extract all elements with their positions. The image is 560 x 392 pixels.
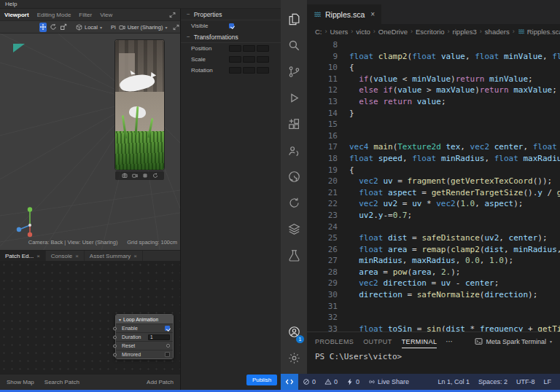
toolbar-expand-icon[interactable]	[173, 24, 179, 31]
patch-row-mirrored[interactable]: Mirrored	[116, 350, 173, 358]
loop-animation-patch-node[interactable]: ▾ Loop Animation EnableDuration1ResetMir…	[115, 314, 174, 359]
code-line[interactable]: 24	[307, 222, 560, 233]
code-line[interactable]: 10{	[307, 62, 560, 74]
enable-checkbox[interactable]	[165, 326, 170, 331]
coordinate-space-dropdown[interactable]: Local ▾	[76, 24, 102, 31]
breadcrumb-item-shaders[interactable]: shaders	[485, 28, 510, 36]
scale-tool-button[interactable]	[60, 23, 67, 32]
input-port-icon[interactable]	[113, 326, 117, 330]
transformations-header[interactable]: − Transformations	[181, 31, 281, 43]
code-line[interactable]: 14}	[307, 108, 560, 119]
tab-close-icon[interactable]: ×	[370, 10, 375, 18]
status-bolt[interactable]: 0	[342, 378, 364, 385]
panel-tab-output[interactable]: OUTPUT	[363, 334, 392, 348]
code-line[interactable]: 9float clamp2(float value, float minValu…	[307, 51, 560, 63]
breadcrumb-item-ripples-sca[interactable]: Ripples.sca	[518, 28, 560, 36]
video-camera-icon[interactable]	[132, 173, 138, 179]
vector-field[interactable]	[229, 67, 241, 74]
code-line[interactable]: 23 uv2.y-=0.7;	[307, 210, 560, 222]
accounts-icon[interactable]: 1	[281, 318, 306, 345]
chevron-down-icon[interactable]: ▾	[550, 339, 552, 344]
status-warning[interactable]: 0	[320, 378, 342, 385]
show-map-button[interactable]: Show Map	[7, 379, 34, 385]
patch-row-enable[interactable]: Enable	[116, 324, 173, 332]
code-line[interactable]: 32	[307, 312, 560, 324]
viewport-3d-canvas[interactable]: Camera: Back | View: User (Sharing) Grid…	[0, 34, 180, 250]
vector-field[interactable]	[257, 45, 269, 52]
code-editor[interactable]: 89float clamp2(float value, float minVal…	[307, 39, 560, 332]
code-line[interactable]: 30 direction = safeNormalize(direction);	[307, 289, 560, 301]
code-line[interactable]: 26 float area = remap(clamp2(dist, minRa…	[307, 244, 560, 256]
status-lf[interactable]: LF	[539, 378, 556, 385]
code-line[interactable]: 22 vec2 uv2 = uv * vec2(1.0, aspect);	[307, 198, 560, 210]
add-patch-button[interactable]: Add Patch	[147, 379, 174, 385]
breadcrumb-item-users[interactable]: Users	[330, 28, 349, 36]
source-control-icon[interactable]	[281, 58, 306, 85]
patch-node-header[interactable]: ▾ Loop Animation	[116, 315, 173, 324]
vector-field[interactable]	[229, 45, 241, 52]
code-line[interactable]: 15	[307, 119, 560, 130]
code-line[interactable]: 29 vec2 direction = uv - center;	[307, 278, 560, 289]
code-line[interactable]: 27 minRadius, maxRadius, 0.0, 1.0);	[307, 255, 560, 267]
breadcrumb-item-onedrive[interactable]: OneDrive	[378, 28, 408, 36]
tab-ripples-sca[interactable]: Ripples.sca ×	[307, 4, 382, 24]
breadcrumb-item-escritorio[interactable]: Escritorio	[416, 28, 445, 36]
viewport-tab-view[interactable]: View	[100, 12, 112, 18]
breadcrumb-item-c[interactable]: C:	[315, 28, 322, 36]
grass-object[interactable]	[115, 131, 164, 170]
input-port-icon[interactable]	[113, 353, 117, 356]
explorer-icon[interactable]	[281, 6, 306, 32]
camera-view-dropdown[interactable]: User (Sharing) ▾	[119, 24, 168, 31]
mirrored-checkbox[interactable]	[165, 352, 170, 357]
panel-tab-terminal[interactable]: TERMINAL	[402, 334, 438, 348]
breadcrumb-item-ripples3[interactable]: ripples3	[453, 28, 477, 36]
more-actions-icon[interactable]: ⋯	[446, 337, 453, 345]
code-line[interactable]: 8	[307, 39, 560, 51]
close-icon[interactable]: ×	[75, 253, 79, 259]
input-port-icon[interactable]	[113, 344, 117, 348]
search-patch-button[interactable]: Search Patch	[44, 379, 79, 385]
patch-editor-canvas[interactable]: ▾ Loop Animation EnableDuration1ResetMir…	[0, 261, 180, 374]
close-icon[interactable]: ×	[36, 253, 40, 259]
collapse-icon[interactable]: −	[187, 34, 190, 40]
viewport-tab-viewport[interactable]: Viewport	[4, 12, 29, 18]
vector-field[interactable]	[257, 67, 269, 74]
viewport-tab-editing-mode[interactable]: Editing Mode	[37, 12, 71, 18]
publish-button[interactable]: Publish	[246, 375, 277, 385]
code-line[interactable]: 20 vec2 uv = fragment(getVertexTexCoord(…	[307, 176, 560, 187]
breadcrumb-item-victo[interactable]: victo	[356, 28, 370, 36]
input-port-icon[interactable]	[113, 335, 117, 339]
status-ln-1-col-1[interactable]: Ln 1, Col 1	[433, 378, 474, 385]
device-preview[interactable]	[115, 40, 164, 170]
status-utf-8[interactable]: UTF-8	[512, 378, 540, 385]
code-line[interactable]: 11 if(value < minValue)return minValue;	[307, 74, 560, 85]
code-line[interactable]: 28 area = pow(area, 2.);	[307, 267, 560, 278]
vector-field[interactable]	[257, 56, 269, 63]
viewport-expand-icon[interactable]	[169, 12, 176, 18]
axis-gizmo[interactable]	[15, 205, 45, 238]
code-line[interactable]: 17vec4 main(Texture2d tex, vec2 center, …	[307, 141, 560, 153]
terminal-prompt[interactable]: PS C:\Users\victo>	[307, 350, 560, 361]
code-line[interactable]: 12 else if(value > maxValue)return maxVa…	[307, 85, 560, 96]
viewport-tab-filter[interactable]: Filter	[79, 12, 92, 18]
vector-field[interactable]	[243, 56, 255, 63]
menu-help[interactable]: Help	[5, 1, 17, 7]
panel-tab-console[interactable]: Console×	[46, 251, 85, 261]
code-line[interactable]: 19{	[307, 165, 560, 176]
search-icon[interactable]	[281, 32, 306, 58]
code-line[interactable]: 18float speed, float minRadius, float ma…	[307, 153, 560, 165]
code-line[interactable]: 33 float toSin = sin(dist * frequency + …	[307, 324, 560, 332]
grid-icon[interactable]	[142, 173, 148, 179]
code-line[interactable]: 21 float aspect = getRenderTargetSize().…	[307, 187, 560, 199]
visible-checkbox[interactable]	[229, 23, 234, 28]
status-spaces-2[interactable]: Spaces: 2	[474, 378, 512, 385]
patch-row-duration[interactable]: Duration1	[116, 332, 173, 341]
status-broadcast[interactable]: Live Share	[364, 378, 413, 385]
vector-field[interactable]	[229, 56, 241, 63]
panel-tab-asset-summary[interactable]: Asset Summary×	[85, 251, 143, 261]
vector-field[interactable]	[243, 67, 255, 74]
code-line[interactable]: 31	[307, 301, 560, 313]
reset-pulse-button[interactable]	[166, 344, 170, 348]
status-error[interactable]: 0	[298, 378, 320, 385]
properties-header[interactable]: − Properties	[181, 9, 281, 20]
